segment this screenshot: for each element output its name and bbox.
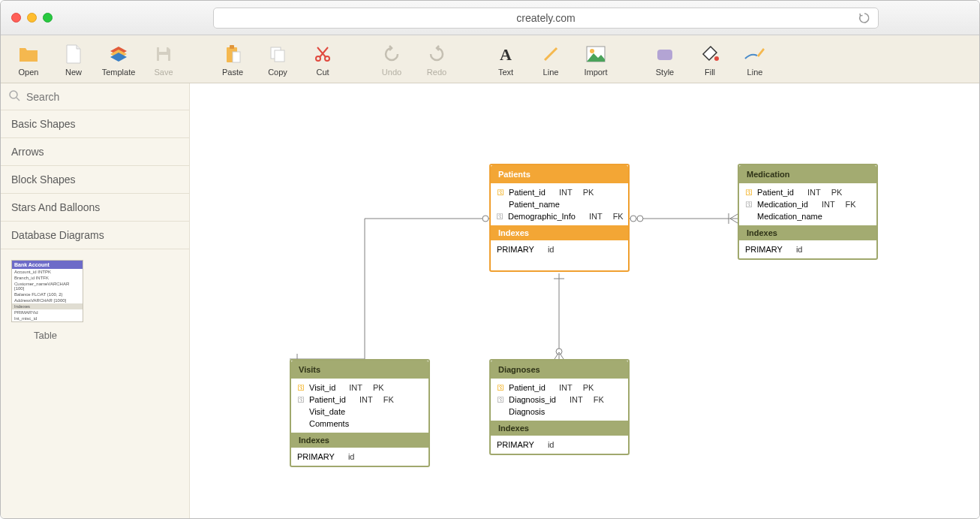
template-button[interactable]: Template — [100, 38, 137, 80]
reload-icon[interactable] — [858, 12, 870, 26]
svg-point-14 — [714, 56, 719, 61]
index-row: PRIMARYid — [291, 451, 428, 463]
toolbar: Open New Template Save Paste Copy Cut — [1, 35, 979, 83]
index-row: PRIMARYid — [491, 439, 628, 451]
svg-rect-1 — [159, 55, 168, 61]
text-icon: A — [498, 42, 514, 66]
key-icon: ⚿ — [497, 384, 504, 391]
svg-rect-13 — [657, 50, 672, 60]
url-bar[interactable]: creately.com — [213, 8, 879, 29]
import-button[interactable]: Import — [577, 38, 615, 80]
field-row: ⚿Patient_idINTFK — [291, 394, 428, 406]
category-stars-balloons[interactable]: Stars And Balloons — [1, 194, 189, 222]
svg-point-15 — [10, 91, 17, 98]
entity-fields: ⚿Patient_idINTPK ⚿Medication_idINTFK Med… — [739, 183, 876, 225]
search-input[interactable] — [26, 91, 182, 103]
content-area: Basic Shapes Arrows Block Shapes Stars A… — [1, 83, 979, 518]
undo-button[interactable]: Undo — [373, 38, 410, 80]
category-basic-shapes[interactable]: Basic Shapes — [1, 110, 189, 138]
indexes-header: Indexes — [291, 433, 428, 448]
entity-patients[interactable]: Patients ⚿Patient_idINTPK Patient_name ⚿… — [489, 164, 630, 272]
svg-point-12 — [590, 49, 594, 53]
new-button[interactable]: New — [55, 38, 92, 80]
undo-icon — [383, 42, 401, 66]
entity-title: Diagnoses — [491, 361, 628, 379]
close-window-button[interactable] — [11, 13, 21, 23]
shape-palette: Bank Account Account_id INTPK Branch_id … — [1, 249, 189, 352]
field-row: Medication_name — [739, 210, 876, 222]
thumb-label: Table — [11, 327, 57, 341]
titlebar: creately.com — [1, 1, 979, 35]
indexes-header: Indexes — [739, 225, 876, 240]
table-shape-thumb[interactable]: Bank Account Account_id INTPK Branch_id … — [11, 260, 83, 322]
key-icon: ⚿ — [745, 189, 753, 196]
line-tool-button[interactable]: Line — [532, 38, 570, 80]
minimize-window-button[interactable] — [27, 13, 37, 23]
line-icon — [542, 42, 560, 66]
sidebar: Basic Shapes Arrows Block Shapes Stars A… — [1, 83, 190, 518]
line-style-button[interactable]: Line — [736, 38, 774, 80]
window-controls — [11, 13, 53, 23]
save-button[interactable]: Save — [145, 38, 182, 80]
svg-rect-3 — [230, 45, 234, 49]
entity-indexes: PRIMARYid — [739, 240, 876, 258]
category-database-diagrams[interactable]: Database Diagrams — [1, 222, 189, 249]
entity-title: Medication — [739, 165, 876, 183]
entity-fields: ⚿Patient_idINTPK Patient_name ⚿Demograph… — [491, 183, 628, 225]
svg-rect-4 — [233, 52, 240, 62]
bucket-icon — [700, 42, 720, 66]
folder-icon — [18, 42, 39, 66]
indexes-header: Indexes — [491, 421, 628, 436]
image-icon — [586, 42, 606, 66]
key-icon: ⚿ — [297, 396, 305, 403]
category-arrows[interactable]: Arrows — [1, 138, 189, 166]
entity-diagnoses[interactable]: Diagnoses ⚿Patient_idINTPK ⚿Diagnosis_id… — [489, 359, 630, 455]
field-row: Comments — [291, 418, 428, 430]
key-icon: ⚿ — [497, 396, 504, 403]
layers-icon — [109, 42, 128, 66]
entity-indexes: PRIMARYid — [291, 448, 428, 466]
open-button[interactable]: Open — [10, 38, 47, 80]
app-window: creately.com Open New Template Save Past… — [0, 0, 980, 519]
key-icon: ⚿ — [745, 201, 753, 208]
copy-button[interactable]: Copy — [259, 38, 296, 80]
paste-button[interactable]: Paste — [214, 38, 251, 80]
entity-title: Visits — [291, 361, 428, 379]
svg-point-23 — [556, 349, 562, 355]
svg-text:A: A — [500, 46, 512, 62]
maximize-window-button[interactable] — [43, 13, 53, 23]
field-row: ⚿Diagnosis_idINTFK — [491, 394, 628, 406]
svg-rect-0 — [159, 47, 167, 52]
field-row: ⚿Patient_idINTPK — [739, 186, 876, 198]
entity-fields: ⚿Patient_idINTPK ⚿Diagnosis_idINTFK Diag… — [491, 379, 628, 421]
svg-rect-6 — [275, 50, 284, 62]
entity-indexes: PRIMARYid — [491, 240, 628, 270]
style-button[interactable]: Style — [646, 38, 684, 80]
scissors-icon — [314, 42, 332, 66]
field-row: ⚿Patient_idINTPK — [491, 382, 628, 394]
svg-point-17 — [482, 216, 488, 222]
index-row: PRIMARYid — [491, 243, 628, 255]
redo-button[interactable]: Redo — [418, 38, 455, 80]
entity-visits[interactable]: Visits ⚿Visit_idINTPK ⚿Patient_idINTFK V… — [290, 359, 430, 467]
entity-fields: ⚿Visit_idINTPK ⚿Patient_idINTFK Visit_da… — [291, 379, 428, 433]
index-row: PRIMARYid — [739, 243, 876, 255]
text-tool-button[interactable]: A Text — [487, 38, 525, 80]
field-row: ⚿Patient_idINTPK — [491, 186, 628, 198]
url-text: creately.com — [516, 12, 575, 24]
category-block-shapes[interactable]: Block Shapes — [1, 166, 189, 194]
style-icon — [656, 42, 674, 66]
search-row — [1, 83, 189, 110]
copy-icon — [269, 42, 287, 66]
field-row: ⚿Visit_idINTPK — [291, 382, 428, 394]
svg-line-16 — [17, 98, 20, 101]
key-icon: ⚿ — [497, 213, 504, 220]
cut-button[interactable]: Cut — [304, 38, 341, 80]
canvas[interactable]: Patients ⚿Patient_idINTPK Patient_name ⚿… — [190, 83, 979, 518]
fill-button[interactable]: Fill — [691, 38, 729, 80]
svg-line-10 — [545, 48, 557, 60]
entity-medication[interactable]: Medication ⚿Patient_idINTPK ⚿Medication_… — [738, 164, 878, 260]
field-row: Visit_date — [291, 406, 428, 418]
search-icon — [8, 89, 20, 104]
key-icon: ⚿ — [497, 189, 504, 196]
